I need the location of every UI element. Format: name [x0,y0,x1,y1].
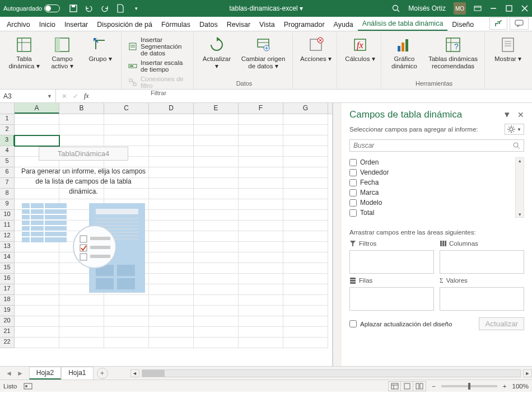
row-header[interactable]: 3 [0,135,15,146]
row-header[interactable]: 11 [0,221,15,231]
cell[interactable] [194,178,239,189]
field-checkbox[interactable] [349,189,357,196]
cell[interactable] [194,295,239,306]
cell[interactable] [194,338,239,348]
row-header[interactable]: 22 [0,338,15,348]
undo-icon[interactable] [85,4,94,13]
cell[interactable] [239,125,283,135]
cell[interactable] [283,252,328,263]
horizontal-scrollbar[interactable] [142,369,521,377]
cell[interactable] [283,210,328,221]
select-all-corner[interactable] [0,103,15,114]
cell[interactable] [194,167,239,178]
cell[interactable] [283,263,328,274]
field-item[interactable]: Vendedor [349,167,524,177]
cell[interactable] [283,157,328,167]
group-button[interactable]: Grupo ▾ [83,34,118,79]
tab-disposici-n-de-p-[interactable]: Disposición de pá [92,18,157,31]
cell[interactable] [283,135,328,146]
cell[interactable] [239,189,283,199]
field-item[interactable]: Fecha [349,177,524,188]
cell[interactable] [239,178,283,189]
hscroll-right-icon[interactable]: ► [523,369,532,377]
qat-more-icon[interactable]: ▾ [132,4,141,13]
actions-button[interactable]: Acciones ▾ [298,34,333,79]
cell[interactable] [149,252,194,263]
calculations-button[interactable]: fx Cálculos ▾ [343,34,377,79]
defer-update-checkbox[interactable]: Aplazar actualización del diseño [349,320,452,327]
tab-an-lisis-de-tabla-din-mica[interactable]: Análisis de tabla dinámica [358,17,448,31]
cell[interactable] [149,242,194,252]
cell[interactable] [149,135,194,146]
cell[interactable] [15,295,59,306]
cell[interactable] [194,114,239,125]
row-header[interactable]: 7 [0,178,15,189]
row-header[interactable]: 12 [0,231,15,242]
row-header[interactable]: 13 [0,242,15,252]
field-search-input[interactable] [353,142,512,149]
cell[interactable] [283,189,328,199]
column-header[interactable]: G [283,103,328,114]
comments-icon[interactable] [510,17,529,30]
cell[interactable] [59,338,104,348]
cell[interactable] [15,316,59,327]
cell[interactable] [149,178,194,189]
cell[interactable] [239,274,283,284]
vertical-scrollbar[interactable] [333,103,342,366]
minimize-icon[interactable] [489,4,497,12]
field-item[interactable]: Modelo [349,198,524,208]
tab-vista[interactable]: Vista [255,18,279,31]
field-item[interactable]: Orden [349,157,524,167]
cell[interactable] [15,338,59,348]
cell[interactable] [239,231,283,242]
cell[interactable] [149,146,194,157]
tab-f-rmulas[interactable]: Fórmulas [157,18,195,31]
cell[interactable] [283,316,328,327]
row-header[interactable]: 10 [0,210,15,221]
cell[interactable] [59,306,104,316]
chevron-down-icon[interactable]: ▼ [47,93,52,99]
cell[interactable] [239,199,283,210]
field-checkbox[interactable] [349,209,357,217]
row-header[interactable]: 5 [0,157,15,167]
row-header[interactable]: 16 [0,274,15,284]
cell[interactable] [194,189,239,199]
cell[interactable] [194,284,239,295]
field-list-scrollbar[interactable] [515,157,524,218]
sheet-tab[interactable]: Hoja1 [61,367,93,379]
tab-datos[interactable]: Datos [195,18,222,31]
row-header[interactable]: 17 [0,284,15,295]
page-break-view-icon[interactable] [413,382,426,391]
fx-icon[interactable]: fx [84,92,89,100]
rows-drop-area[interactable] [349,287,434,311]
field-item[interactable]: Marca [349,188,524,198]
name-box[interactable]: A3 ▼ [0,90,56,102]
cell[interactable] [239,284,283,295]
insert-slicer-button[interactable]: Insertar Segmentación de datos [127,36,190,57]
column-header[interactable]: E [194,103,239,114]
cell[interactable] [149,167,194,178]
cell[interactable] [149,189,194,199]
pane-menu-icon[interactable]: ▾ [505,109,510,120]
cell[interactable] [194,306,239,316]
field-checkbox[interactable] [349,199,357,207]
close-pane-icon[interactable]: ✕ [517,110,524,119]
row-header[interactable]: 1 [0,114,15,125]
columns-drop-area[interactable] [440,250,524,274]
row-header[interactable]: 19 [0,306,15,316]
cell[interactable] [149,327,194,338]
row-header[interactable]: 18 [0,295,15,306]
close-icon[interactable] [521,4,529,12]
view-buttons[interactable] [388,381,426,391]
cell[interactable] [239,157,283,167]
field-checkbox[interactable] [349,179,357,186]
cell[interactable] [194,199,239,210]
tab-archivo[interactable]: Archivo [2,18,35,31]
cell[interactable] [239,242,283,252]
row-header[interactable]: 6 [0,167,15,178]
cell[interactable] [283,274,328,284]
new-file-icon[interactable] [116,4,125,13]
cell[interactable] [104,295,149,306]
cell[interactable] [149,274,194,284]
cell[interactable] [104,135,149,146]
